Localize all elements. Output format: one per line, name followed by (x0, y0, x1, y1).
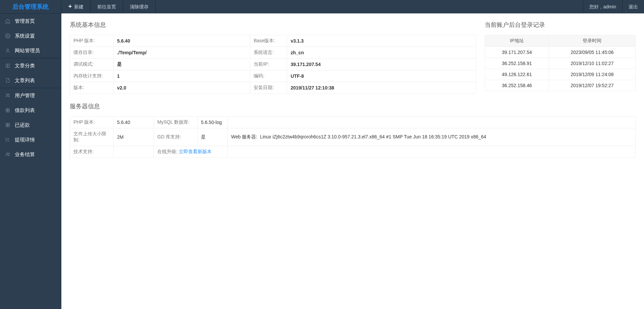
sysinfo-table: PHP 版本:5.6.40Base版本:v3.1.3缓存目录:./Temp/Te… (70, 35, 476, 94)
sidebar-item-dashboard[interactable]: 管理首页 (0, 14, 61, 28)
sidebar-item-articles[interactable]: 文章列表 (0, 73, 61, 88)
sysinfo-value: 5.6.40 (114, 35, 250, 47)
main: 系统基本信息 PHP 版本:5.6.40Base版本:v3.1.3缓存目录:./… (61, 13, 644, 165)
sidebar-item-label: 文章分类 (15, 63, 35, 69)
sysinfo-label: 安装日期: (250, 82, 287, 94)
logout-button[interactable]: 退出 (622, 0, 644, 13)
sysinfo-value: zh_cn (287, 47, 476, 59)
svg-point-21 (8, 153, 9, 154)
sysinfo-value: v2.0 (114, 82, 250, 94)
svg-rect-13 (8, 125, 10, 127)
topright: 您好，admin 退出 (583, 0, 644, 13)
svg-point-19 (6, 141, 6, 141)
sidebar-item-label: 已还款 (15, 122, 30, 128)
serverinfo-value: 5.6.40 (114, 117, 154, 128)
sysinfo-value: ./Temp/Temp/ (114, 47, 250, 59)
serverinfo-value (114, 146, 154, 158)
loginlog-title: 当前账户后台登录记录 (485, 21, 636, 29)
svg-point-20 (6, 153, 8, 154)
serverinfo-webserver: Web 服务器: Linux iZj6c2ztw4b9qroroh6cs1Z 3… (228, 128, 636, 146)
svg-point-4 (6, 94, 8, 96)
sidebar-item-settle[interactable]: 业务结算 (0, 147, 61, 162)
greeting[interactable]: 您好，admin (583, 0, 622, 13)
loginlog-ip: 49.126.122.61 (485, 69, 549, 80)
loginlog-ip: 39.171.207.54 (485, 47, 549, 58)
sidebar-item-users[interactable]: 用户管理 (0, 88, 61, 103)
serverinfo-empty (228, 117, 636, 128)
grid-icon (5, 122, 11, 128)
book-icon (5, 63, 11, 69)
serverinfo-label: GD 库支持: (154, 128, 198, 146)
sysinfo-label: 内存统计支持: (70, 70, 114, 82)
user-icon (5, 48, 11, 54)
serverinfo-value: 是 (198, 128, 228, 146)
sysinfo-value: 1 (114, 70, 250, 82)
svg-point-5 (8, 94, 9, 95)
serverinfo-label: MySQL 数据库: (154, 117, 198, 128)
svg-point-2 (7, 35, 8, 37)
goto-home-button[interactable]: 前往首页 (91, 0, 123, 13)
serverinfo-value: 5.6.50-log (198, 117, 228, 128)
svg-rect-12 (6, 125, 8, 127)
sidebar-item-label: 网站管理员 (15, 48, 40, 54)
sysinfo-title: 系统基本信息 (70, 21, 476, 29)
header: 后台管理系统 新建 前往首页 清除缓存 您好，admin 退出 (0, 0, 644, 13)
upgrade-link[interactable]: 立即查看新版本 (179, 149, 212, 154)
users-icon (5, 92, 11, 99)
serverinfo-title: 服务器信息 (70, 102, 636, 110)
loginlog-header-ip: IP地址 (485, 35, 549, 47)
sidebar-item-repaid[interactable]: 已还款 (0, 118, 61, 132)
sysinfo-label: 调试模式: (70, 59, 114, 70)
topnav: 新建 前往首页 清除缓存 (61, 0, 583, 13)
grid-icon (5, 107, 11, 113)
menu-group-3: 用户管理借款列表已还款提现详情业务结算 (0, 88, 61, 162)
clear-cache-button[interactable]: 清除缓存 (123, 0, 156, 13)
sidebar-item-label: 文章列表 (15, 77, 35, 84)
home-icon (5, 18, 11, 24)
sidebar-item-label: 业务结算 (15, 151, 35, 158)
sidebar-item-label: 管理首页 (15, 18, 35, 24)
svg-rect-10 (6, 123, 8, 125)
plus-icon (68, 0, 72, 13)
sidebar-item-label: 提现详情 (15, 137, 35, 143)
logo: 后台管理系统 (0, 0, 61, 13)
svg-point-17 (6, 138, 6, 138)
new-label: 新建 (74, 0, 84, 13)
list-icon (5, 137, 11, 143)
serverinfo-upgrade: 在线升级: 立即查看新版本 (154, 146, 228, 158)
sysinfo-label: 编码: (250, 70, 287, 82)
serverinfo-value: 2M (114, 128, 154, 146)
users-icon (5, 151, 11, 158)
sysinfo-value: 是 (114, 59, 250, 70)
svg-rect-8 (6, 111, 8, 112)
sidebar-item-categories[interactable]: 文章分类 (0, 58, 61, 73)
sysinfo-label: Base版本: (250, 35, 287, 47)
menu-group-2: 文章分类文章列表 (0, 58, 61, 88)
sysinfo-value: 2019/11/27 12:10:38 (287, 82, 476, 94)
sysinfo-value: 39.171.207.54 (287, 59, 476, 70)
loginlog-time: 2019/12/09 11:24:08 (549, 69, 635, 80)
serverinfo-empty (228, 146, 636, 158)
loginlog-header-time: 登录时间 (549, 35, 635, 47)
serverinfo-label: 技术支持: (70, 146, 114, 158)
loginlog-time: 2019/12/07 19:52:27 (549, 80, 635, 91)
sidebar-item-loans[interactable]: 借款列表 (0, 103, 61, 118)
sysinfo-label: 系统语言: (250, 47, 287, 59)
sidebar-item-label: 用户管理 (15, 92, 35, 99)
sidebar-item-withdraw[interactable]: 提现详情 (0, 132, 61, 147)
sidebar-item-label: 系统设置 (15, 33, 35, 39)
loginlog-table: IP地址 登录时间 39.171.207.542023/09/05 11:45:… (485, 35, 636, 91)
sidebar-item-label: 借款列表 (15, 107, 35, 114)
svg-point-18 (6, 139, 6, 140)
menu-group-1: 管理首页系统设置网站管理员 (0, 13, 61, 58)
new-button[interactable]: 新建 (61, 0, 91, 13)
sysinfo-value: v3.1.3 (287, 35, 476, 47)
loginlog-time: 2023/09/05 11:45:06 (549, 47, 635, 58)
sidebar-item-settings[interactable]: 系统设置 (0, 28, 61, 43)
serverinfo-label: PHP 版本: (70, 117, 114, 128)
svg-rect-6 (6, 109, 8, 110)
sidebar-item-admins[interactable]: 网站管理员 (0, 43, 61, 58)
svg-rect-9 (8, 111, 10, 112)
loginlog-ip: 36.252.158.91 (485, 58, 549, 69)
svg-point-3 (7, 49, 8, 51)
